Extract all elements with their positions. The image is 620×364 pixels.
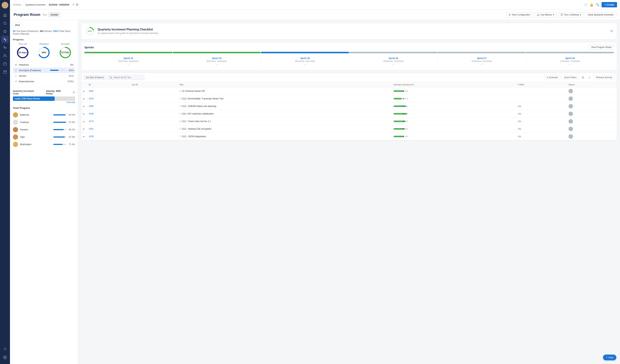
checklist-expand-icon[interactable]: ⟳ [610, 29, 613, 33]
table-filter-label[interactable]: Jira Epic (Feature) [84, 75, 106, 80]
nav-team-icon[interactable] [1, 52, 9, 59]
row-expand-cell[interactable]: ▶ [81, 118, 87, 125]
col-owner[interactable]: Owner [567, 82, 617, 87]
expand-icon[interactable]: ▶ [83, 105, 85, 107]
row-id-cell[interactable]: 4274 [87, 118, 130, 125]
id-link[interactable]: 2626 [89, 97, 94, 100]
team-row[interactable]: Washington 71.4% [13, 141, 75, 148]
row-expand-cell[interactable]: ▶ [81, 133, 87, 140]
close-qi-button[interactable]: Close Quarterly Increment [585, 12, 616, 17]
dependencies-pct: 67/82 [66, 80, 74, 83]
progress-row-stories[interactable]: ☐ Stories 81% [13, 73, 75, 78]
doc-icon: ☐ [179, 90, 181, 92]
progress-row-dependencies[interactable]: ⇌ Dependencies 67/82 [13, 78, 75, 84]
tshirt-badge: XXL [518, 128, 522, 130]
id-link[interactable]: 3682 [89, 90, 94, 92]
row-id-cell[interactable]: 4281 [87, 125, 130, 133]
create-button[interactable]: + Create [602, 2, 617, 7]
row-id-cell[interactable]: 3682 [87, 87, 130, 95]
col-ext-id[interactable]: Ext ID [130, 82, 178, 87]
team-row[interactable]: Tiger 87.5% [13, 133, 75, 141]
team-row[interactable]: Houston 80.2% [13, 126, 75, 133]
expand-icon[interactable]: ▶ [83, 128, 85, 130]
id-link[interactable]: 4209 [89, 135, 94, 138]
sprint-name[interactable]: Sprint 25 [300, 57, 310, 60]
id-link[interactable]: 4281 [89, 128, 94, 130]
nav-search-icon[interactable] [1, 19, 9, 27]
time-left-container: 50 days [16, 46, 29, 59]
nav-analytics-icon[interactable] [1, 345, 9, 352]
sprint-name[interactable]: Sprint 28 [565, 57, 575, 60]
sprint-name[interactable]: Sprint 27 [477, 57, 486, 60]
id-link[interactable]: 4096 [89, 105, 94, 107]
settings-icon[interactable]: ⚙ [76, 3, 78, 6]
nav-calendar-icon[interactable] [1, 68, 9, 76]
sprint-star-icon[interactable]: ☆ [127, 63, 129, 66]
expand-icon[interactable]: ▶ [83, 121, 85, 122]
nav-group-icon[interactable] [1, 60, 9, 67]
row-ext-id-cell [130, 87, 178, 95]
row-expand-cell[interactable]: ▶ [81, 125, 87, 133]
estimate-button[interactable]: ⚖ Estimate [544, 75, 560, 80]
progress-row-initiatives[interactable]: ⊞ Initiatives 8% [13, 62, 75, 67]
view-program-board-button[interactable]: View Program Board [589, 45, 614, 50]
id-link[interactable]: 5386 [89, 112, 94, 115]
doc-icon: ☐ [179, 112, 181, 115]
program-name[interactable]: Mobile [48, 12, 60, 17]
documents-icon[interactable]: 📄 [584, 3, 588, 6]
row-id-cell[interactable]: 4096 [87, 103, 130, 110]
table-settings-icon[interactable]: ⚙ [580, 75, 586, 80]
epic-bar-marker [403, 113, 403, 115]
row-id-cell[interactable]: 4209 [87, 133, 130, 140]
release-burnup-button[interactable]: Release BurnUp [594, 75, 615, 80]
progress-row-epics[interactable]: ☐ Jira Epics (Features) 58% [13, 67, 75, 73]
sprint-star-icon[interactable]: ☆ [569, 63, 571, 66]
sprint-star-icon[interactable]: ☆ [392, 63, 395, 66]
row-id-cell[interactable]: 5386 [87, 110, 130, 118]
override-link[interactable]: Override [67, 101, 75, 104]
row-expand-cell[interactable]: ▶ [81, 103, 87, 110]
expand-icon[interactable]: ▶ [83, 98, 85, 100]
qi-load-gear-icon[interactable]: ⚙ [73, 91, 75, 94]
nav-favorites-icon[interactable] [1, 28, 9, 35]
id-link[interactable]: 4274 [89, 120, 94, 123]
nav-settings-icon[interactable] [1, 354, 9, 361]
expand-icon[interactable]: ▶ [83, 113, 85, 115]
table-expand-icon[interactable]: ⤢ [587, 75, 592, 80]
table-search-input[interactable] [113, 76, 142, 79]
col-tshirt[interactable]: T-Shirt [516, 82, 567, 87]
expand-icon[interactable]: ▶ [83, 136, 85, 137]
team-row[interactable]: Cowboys 97.6% [13, 119, 75, 126]
row-expand-cell[interactable]: ▶ [81, 110, 87, 118]
sprint-name[interactable]: Sprint 23 [124, 57, 133, 60]
sprint-star-icon[interactable]: ☆ [304, 63, 306, 66]
user-avatar[interactable] [2, 2, 8, 8]
col-epic-points[interactable]: Jira Epic (Feature) P... [392, 82, 516, 87]
row-expand-cell[interactable]: ▶ [81, 87, 87, 95]
row-expand-cell[interactable]: ▶ [81, 95, 87, 103]
sprint-star-icon[interactable]: ☆ [480, 63, 483, 66]
row-id-cell[interactable]: 2626 [87, 95, 130, 103]
objectives-value: 68% [42, 51, 46, 54]
col-id[interactable]: ID [87, 82, 130, 87]
quick-filters-button[interactable]: Quick Filters [562, 75, 579, 80]
help-button[interactable]: ? Help [603, 355, 616, 360]
table-search-container[interactable]: 🔍 [107, 75, 144, 80]
key-metrics-button[interactable]: 📊 Key Metrics ▾ [534, 12, 557, 17]
global-search-icon[interactable]: 🔍 [596, 3, 599, 6]
col-title[interactable]: Title [178, 82, 392, 87]
team-row[interactable]: Baltimore 94.3% [13, 111, 75, 119]
help-icon: ? [606, 356, 607, 359]
expand-icon[interactable]: ▶ [83, 90, 85, 92]
nav-hierarchy-icon[interactable] [1, 44, 9, 51]
sprint-name[interactable]: Sprint 26 [389, 57, 398, 60]
sprint-star-icon[interactable]: ☆ [216, 63, 218, 66]
run-meeting-button[interactable]: 💬 Run a Meeting ▾ [558, 12, 584, 17]
add-icon[interactable]: + [73, 3, 75, 7]
nav-chart-icon[interactable] [1, 36, 9, 43]
nav-home-icon[interactable] [1, 11, 9, 19]
sprint-name[interactable]: Sprint 24 [212, 57, 221, 60]
meeting-icon: 💬 [560, 14, 563, 16]
notifications-icon[interactable]: 🔔 [590, 3, 593, 6]
view-configuration-button[interactable]: ⚙ View Configuration [506, 12, 533, 17]
